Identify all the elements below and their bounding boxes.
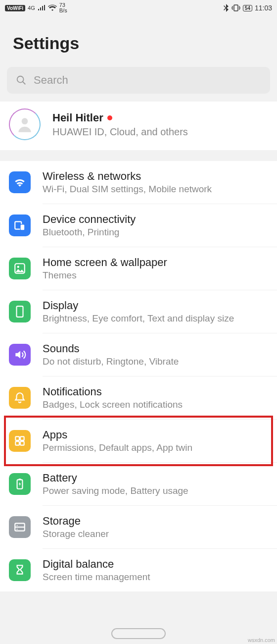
svg-rect-12: [20, 441, 24, 445]
storage-icon: [9, 516, 31, 538]
settings-item-sounds[interactable]: Sounds Do not disturb, Ringtone, Vibrate: [0, 333, 277, 376]
settings-item-display[interactable]: Display Brightness, Eye comfort, Text an…: [0, 290, 277, 333]
svg-point-7: [17, 266, 19, 268]
display-icon: [9, 301, 31, 322]
svg-point-1: [17, 76, 24, 83]
svg-rect-14: [19, 479, 21, 480]
svg-line-2: [23, 82, 26, 85]
item-title: Apps: [43, 429, 269, 441]
svg-rect-11: [15, 441, 19, 445]
nav-pill[interactable]: [111, 628, 166, 639]
settings-item-device-conn[interactable]: Device connectivity Bluetooth, Printing: [0, 204, 277, 247]
item-title: Sounds: [43, 342, 269, 355]
wallpaper-icon: [9, 258, 31, 279]
item-subtitle: Permissions, Default apps, App twin: [43, 442, 269, 453]
hourglass-icon: [9, 559, 31, 581]
watermark: wsxdn.com: [248, 637, 275, 643]
bell-icon: [9, 387, 31, 409]
item-title: Digital balance: [43, 558, 269, 571]
item-title: Device connectivity: [43, 213, 269, 226]
notification-dot-icon: [107, 115, 112, 120]
battery-icon: [9, 473, 31, 495]
avatar: [9, 108, 41, 140]
bluetooth-icon: [223, 4, 229, 12]
item-subtitle: Brightness, Eye comfort, Text and displa…: [43, 313, 269, 324]
wifi-status-icon: [48, 4, 57, 11]
svg-point-3: [22, 118, 28, 124]
settings-item-storage[interactable]: Storage Storage cleaner: [0, 506, 277, 548]
item-subtitle: Themes: [43, 270, 269, 281]
status-bar: VoWiFi 4G 73 B/s 54 11:03: [0, 0, 277, 16]
item-title: Display: [43, 299, 269, 312]
item-title: Notifications: [43, 385, 269, 398]
account-subtitle: HUAWEI ID, Cloud, and others: [52, 126, 188, 138]
sound-icon: [9, 344, 31, 366]
svg-rect-5: [20, 224, 25, 230]
settings-item-apps[interactable]: Apps Permissions, Default apps, App twin: [0, 420, 277, 462]
svg-rect-9: [15, 436, 19, 440]
battery-level: 54: [243, 5, 252, 11]
svg-rect-10: [20, 436, 24, 440]
item-subtitle: Power saving mode, Battery usage: [43, 485, 269, 496]
devices-icon: [9, 215, 31, 236]
settings-item-battery[interactable]: Battery Power saving mode, Battery usage: [0, 463, 277, 505]
item-title: Battery: [43, 472, 269, 484]
settings-item-wireless[interactable]: Wireless & networks Wi-Fi, Dual SIM sett…: [0, 161, 277, 204]
item-title: Wireless & networks: [43, 170, 269, 183]
settings-item-digital[interactable]: Digital balance Screen time management: [0, 549, 277, 591]
settings-item-home-wall[interactable]: Home screen & wallpaper Themes: [0, 247, 277, 290]
apps-icon: [9, 430, 31, 452]
wifi-icon: [9, 171, 31, 193]
item-title: Storage: [43, 515, 269, 528]
item-subtitle: Badges, Lock screen notifications: [43, 399, 269, 410]
settings-item-notifications[interactable]: Notifications Badges, Lock screen notifi…: [0, 376, 277, 419]
item-subtitle: Bluetooth, Printing: [43, 227, 269, 238]
search-placeholder: Search: [34, 74, 68, 87]
clock: 11:03: [255, 4, 272, 12]
item-title: Home screen & wallpaper: [43, 256, 269, 269]
item-subtitle: Screen time management: [43, 572, 269, 583]
svg-rect-0: [234, 5, 238, 11]
page-title: Settings: [0, 16, 277, 67]
svg-point-18: [17, 529, 18, 530]
account-row[interactable]: Heil Hitler HUAWEI ID, Cloud, and others: [0, 102, 277, 150]
vowifi-badge: VoWiFi: [5, 5, 25, 11]
svg-rect-8: [17, 306, 23, 317]
search-icon: [16, 75, 27, 86]
settings-list: Wireless & networks Wi-Fi, Dual SIM sett…: [0, 161, 277, 591]
signal-icon: [38, 5, 46, 11]
svg-point-17: [17, 525, 18, 526]
search-input[interactable]: Search: [7, 67, 270, 94]
item-subtitle: Do not disturb, Ringtone, Vibrate: [43, 356, 269, 367]
item-subtitle: Storage cleaner: [43, 529, 269, 539]
account-name: Heil Hitler: [52, 111, 103, 124]
data-rate-unit: B/s: [59, 8, 67, 13]
item-subtitle: Wi-Fi, Dual SIM settings, Mobile network: [43, 184, 269, 195]
network-4g-label: 4G: [28, 5, 35, 11]
vibrate-icon: [231, 4, 240, 11]
